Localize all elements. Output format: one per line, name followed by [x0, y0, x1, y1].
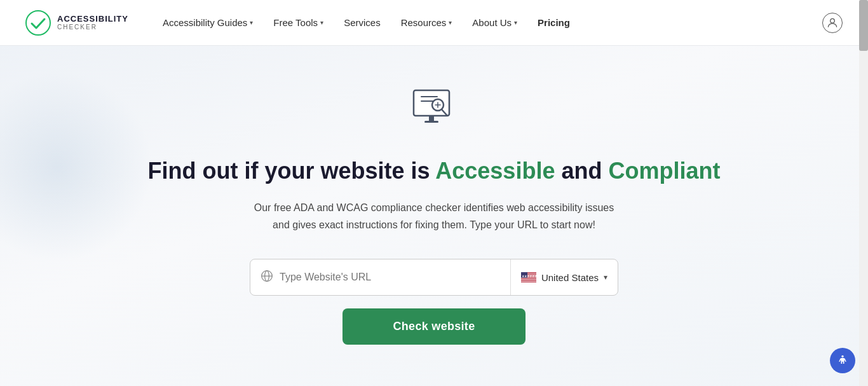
nav-label-pricing: Pricing — [538, 17, 570, 28]
navbar: ACCESSIBILITY CHECKER Accessibility Guid… — [0, 0, 868, 46]
hero-title-between: and — [555, 158, 608, 184]
nav-item-accessibility-guides[interactable]: Accessibility Guides ▾ — [154, 12, 262, 33]
nav-item-resources[interactable]: Resources ▾ — [392, 12, 461, 33]
accessibility-icon — [836, 354, 849, 367]
nav-item-free-tools[interactable]: Free Tools ▾ — [264, 12, 332, 33]
hero-title-accent2: Compliant — [608, 158, 720, 184]
logo-text: ACCESSIBILITY CHECKER — [57, 15, 128, 31]
svg-text:★★★★★★: ★★★★★★ — [522, 275, 536, 278]
globe-svg — [261, 270, 273, 282]
url-input-section — [250, 259, 511, 295]
svg-point-1 — [831, 18, 835, 23]
nav-label-services: Services — [344, 17, 381, 28]
svg-point-28 — [841, 355, 843, 357]
hero-section: Find out if your website is Accessible a… — [0, 46, 868, 386]
country-name: United States — [541, 272, 599, 283]
us-flag-icon: ★★★★★★ — [521, 272, 536, 282]
hero-title-before: Find out if your website is — [148, 158, 436, 184]
svg-point-0 — [26, 11, 50, 35]
logo-icon — [25, 10, 51, 36]
monitor-search-icon — [409, 84, 459, 135]
hero-subtitle: Our free ADA and WCAG compliance checker… — [254, 199, 614, 233]
nav-item-pricing[interactable]: Pricing — [529, 12, 579, 33]
hero-subtitle-line1: Our free ADA and WCAG compliance checker… — [254, 202, 614, 213]
check-website-button[interactable]: Check website — [342, 308, 526, 345]
scrollbar-thumb[interactable] — [859, 0, 868, 51]
logo[interactable]: ACCESSIBILITY CHECKER — [25, 10, 128, 36]
svg-rect-9 — [429, 116, 434, 121]
svg-rect-21 — [521, 278, 536, 279]
nav-label-free-tools: Free Tools — [273, 17, 318, 28]
nav-item-services[interactable]: Services — [335, 12, 390, 33]
chevron-down-icon: ▾ — [514, 19, 517, 26]
country-selector[interactable]: ★★★★★★ United States ▾ — [511, 259, 618, 295]
user-icon — [826, 17, 839, 29]
accessibility-widget[interactable] — [830, 348, 855, 373]
hero-title-accent1: Accessible — [435, 158, 555, 184]
url-input[interactable] — [280, 272, 500, 283]
hero-illustration — [409, 84, 459, 137]
svg-rect-10 — [424, 121, 438, 123]
chevron-down-icon: ▾ — [250, 19, 253, 26]
svg-rect-25 — [521, 281, 536, 282]
country-chevron-icon: ▾ — [604, 273, 607, 282]
scrollbar[interactable] — [859, 0, 868, 386]
nav-label-resources: Resources — [401, 17, 447, 28]
nav-right — [822, 13, 843, 33]
svg-rect-23 — [521, 279, 536, 280]
nav-label-about-us: About Us — [472, 17, 512, 28]
globe-icon — [261, 270, 273, 286]
check-button-label: Check website — [393, 320, 475, 333]
chevron-down-icon: ▾ — [449, 19, 452, 26]
logo-name-line2: CHECKER — [57, 24, 128, 31]
svg-rect-24 — [521, 280, 536, 280]
nav-links: Accessibility Guides ▾ Free Tools ▾ Serv… — [154, 12, 822, 33]
user-account-button[interactable] — [822, 13, 843, 33]
url-input-row: ★★★★★★ United States ▾ — [250, 259, 618, 296]
chevron-down-icon: ▾ — [320, 19, 323, 26]
svg-rect-22 — [521, 279, 536, 279]
logo-name-line1: ACCESSIBILITY — [57, 15, 128, 24]
nav-item-about-us[interactable]: About Us ▾ — [463, 12, 526, 33]
nav-label-accessibility-guides: Accessibility Guides — [163, 17, 247, 28]
hero-subtitle-line2: and gives exact instructions for fixing … — [273, 219, 595, 230]
hero-title: Find out if your website is Accessible a… — [148, 156, 721, 186]
